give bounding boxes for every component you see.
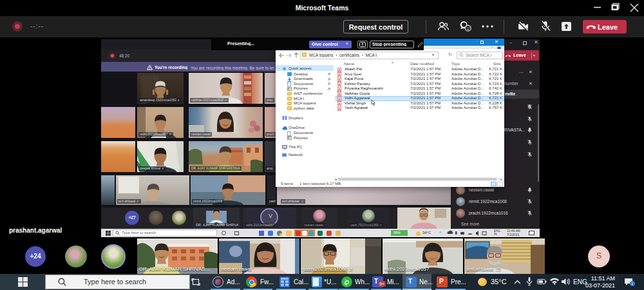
svg-text:A: A [338,68,340,72]
svg-text:A: A [338,97,340,101]
svg-text:A: A [338,83,340,86]
svg-text:A: A [338,102,340,106]
svg-text:A: A [338,88,340,91]
svg-text:A: A [338,107,340,110]
svg-text:A: A [338,73,340,77]
svg-text:A: A [338,78,340,81]
